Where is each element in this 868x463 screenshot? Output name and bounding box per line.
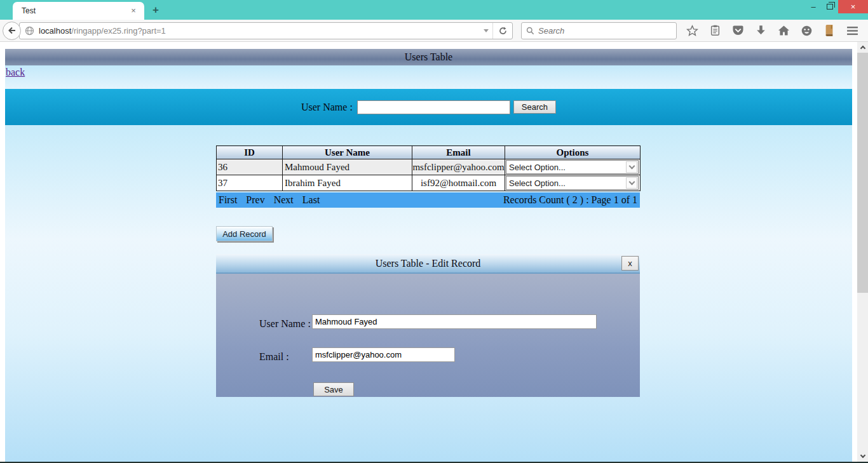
url-host: localhost xyxy=(39,26,71,36)
reload-button[interactable] xyxy=(493,23,512,39)
globe-icon xyxy=(25,26,34,36)
menu-button[interactable] xyxy=(841,21,864,40)
chevron-down-icon xyxy=(860,453,865,458)
tab-title: Test xyxy=(22,6,128,15)
reload-icon xyxy=(498,26,508,36)
records-count-summary: Records Count ( 2 ) : Page 1 of 1 xyxy=(503,194,637,206)
modal-body: User Name : Email : Save xyxy=(216,274,640,397)
chevron-down-icon xyxy=(484,29,489,32)
page-title-bar: Users Table xyxy=(5,49,852,65)
options-select[interactable]: Select Option... xyxy=(506,160,639,174)
modal-title: Users Table - Edit Record xyxy=(376,258,481,269)
back-link[interactable]: back xyxy=(6,67,25,78)
restore-icon xyxy=(827,4,833,10)
browser-toolbar: localhost/ringapp/ex25.ring?part=1 xyxy=(0,20,868,42)
table-header-row: ID User Name Email Options xyxy=(217,146,641,159)
search-section: User Name : Search xyxy=(5,89,852,125)
bookmark-star-button[interactable] xyxy=(681,21,703,40)
toolbar-icons xyxy=(681,21,864,40)
close-button[interactable]: × xyxy=(838,0,868,13)
pagination-next[interactable]: Next xyxy=(274,194,294,206)
cell-options: Select Option... xyxy=(505,175,641,191)
clipboard-icon xyxy=(710,25,721,36)
add-record-button[interactable]: Add Record xyxy=(216,226,273,241)
modal-username-label: User Name : xyxy=(259,318,311,330)
reading-list-button[interactable] xyxy=(703,21,726,40)
page-title: Users Table xyxy=(405,51,452,63)
scroll-up-button[interactable] xyxy=(857,42,868,53)
cell-username: Mahmoud Fayed xyxy=(283,159,412,175)
select-dropdown-button[interactable] xyxy=(626,177,637,189)
back-arrow-icon xyxy=(7,25,17,36)
pagination-bar: First Prev Next Last Records Count ( 2 )… xyxy=(216,192,640,208)
browser-window: Test × + – × localhost/ringapp/ex25.ring… xyxy=(0,0,868,463)
url-dropdown-button[interactable] xyxy=(479,23,493,39)
col-header-id: ID xyxy=(217,146,283,159)
search-icon xyxy=(526,27,534,35)
smiley-icon xyxy=(801,25,813,37)
sidebar-book-button[interactable] xyxy=(818,21,841,40)
col-header-email: Email xyxy=(412,146,505,159)
window-controls: – × xyxy=(805,0,868,14)
browser-titlebar: Test × + – × xyxy=(0,0,868,20)
star-icon xyxy=(686,25,698,37)
chevron-up-icon xyxy=(860,46,865,51)
col-header-username: User Name xyxy=(283,146,412,159)
scrollbar-thumb[interactable] xyxy=(857,53,868,293)
url-bar[interactable]: localhost/ringapp/ex25.ring?part=1 xyxy=(19,22,513,39)
options-select[interactable]: Select Option... xyxy=(506,176,639,190)
home-icon xyxy=(778,25,790,36)
cell-username: Ibrahim Fayed xyxy=(283,175,412,191)
download-arrow-icon xyxy=(756,25,766,36)
page-content: Users Table back User Name : Search ID U… xyxy=(0,42,868,463)
cell-id: 36 xyxy=(217,159,283,175)
col-header-options: Options xyxy=(505,146,641,159)
table-row: 37 Ibrahim Fayed isf92@hotmail.com Selec… xyxy=(217,175,641,191)
hello-button[interactable] xyxy=(795,21,818,40)
search-button[interactable]: Search xyxy=(513,100,556,114)
users-table: ID User Name Email Options 36 Mahmoud Fa… xyxy=(216,145,641,191)
back-button[interactable] xyxy=(3,22,21,40)
pagination-last[interactable]: Last xyxy=(302,194,320,206)
save-button[interactable]: Save xyxy=(313,382,354,396)
pocket-button[interactable] xyxy=(726,21,749,40)
table-row: 36 Mahmoud Fayed msfclipper@yahoo.com Se… xyxy=(217,159,641,175)
cell-email: isf92@hotmail.com xyxy=(412,175,505,191)
url-text[interactable]: localhost/ringapp/ex25.ring?part=1 xyxy=(39,26,479,36)
downloads-button[interactable] xyxy=(749,21,772,40)
home-button[interactable] xyxy=(772,21,795,40)
pagination-first[interactable]: First xyxy=(219,194,237,206)
scroll-down-button[interactable] xyxy=(857,451,868,462)
modal-username-input[interactable] xyxy=(312,314,597,329)
pocket-icon xyxy=(732,25,744,36)
book-icon xyxy=(824,25,834,36)
modal-close-button[interactable]: x xyxy=(621,256,639,271)
minimize-button[interactable]: – xyxy=(805,0,822,13)
vertical-scrollbar[interactable] xyxy=(857,42,868,463)
cell-options: Select Option... xyxy=(505,159,641,175)
browser-search-box[interactable] xyxy=(521,22,677,39)
options-select-value: Select Option... xyxy=(506,178,626,188)
hamburger-menu-icon xyxy=(846,26,858,36)
cell-id: 37 xyxy=(217,175,283,191)
chevron-down-icon xyxy=(628,163,635,170)
select-dropdown-button[interactable] xyxy=(626,161,637,173)
new-tab-button[interactable]: + xyxy=(149,4,163,17)
username-search-input[interactable] xyxy=(357,100,510,114)
tab-close-icon[interactable]: × xyxy=(128,5,139,17)
edit-record-modal: Users Table - Edit Record x User Name : … xyxy=(216,254,640,398)
modal-email-label: Email : xyxy=(259,351,289,363)
pagination-prev[interactable]: Prev xyxy=(246,194,264,206)
back-strip: back xyxy=(5,65,852,89)
cell-email: msfclipper@yahoo.com xyxy=(412,159,505,175)
chevron-down-icon xyxy=(628,179,635,185)
url-path: /ringapp/ex25.ring?part=1 xyxy=(71,26,166,36)
browser-tab[interactable]: Test × xyxy=(13,2,144,20)
browser-search-input[interactable] xyxy=(538,26,653,36)
username-search-label: User Name : xyxy=(301,102,353,113)
options-select-value: Select Option... xyxy=(506,163,626,172)
modal-email-input[interactable] xyxy=(312,347,455,362)
modal-header: Users Table - Edit Record x xyxy=(216,254,640,274)
restore-button[interactable] xyxy=(822,0,838,13)
